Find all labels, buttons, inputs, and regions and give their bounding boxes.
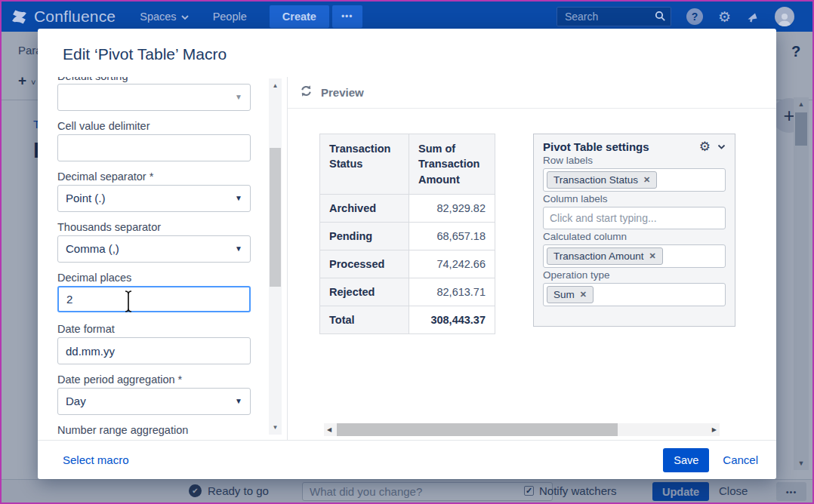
date-period-aggregation-select[interactable]: Day ▼ (57, 388, 251, 415)
user-avatar[interactable] (775, 7, 794, 26)
calculated-column-input[interactable]: Transaction Amount ✕ (543, 244, 726, 268)
preview-label: Preview (321, 86, 364, 99)
table-row: Pending 68,657.18 (320, 222, 495, 250)
scroll-left-icon[interactable]: ◀ (327, 426, 331, 433)
dialog-header: Edit ‘Pivot Table’ Macro (38, 29, 776, 77)
row-labels-input[interactable]: Transaction Status ✕ (543, 168, 726, 192)
product-name: Confluence (34, 8, 116, 26)
help-icon[interactable]: ? (686, 8, 703, 25)
pivot-preview-table: Transaction Status Sum of Transaction Am… (319, 134, 495, 334)
dropdown-arrow-icon: ▼ (235, 194, 242, 202)
settings-title: Pivot Table settings (543, 140, 699, 153)
operation-type-tag: Sum ✕ (547, 286, 594, 303)
announcement-icon[interactable] (746, 10, 760, 23)
cell-value-delimiter-field (57, 134, 251, 161)
preview-panel: Preview Transaction Status Sum of Transa… (288, 77, 776, 440)
dialog-footer: Select macro Save Cancel (38, 440, 776, 479)
field-label-cell-value-delimiter: Cell value delimiter (57, 120, 251, 132)
pivot-table-settings-panel: Pivot Table settings ⚙ Row labels Transa… (533, 134, 735, 327)
field-label-date-period-aggregation: Date period aggregation * (57, 373, 251, 386)
decimal-places-field (57, 286, 251, 312)
remove-tag-icon[interactable]: ✕ (643, 175, 650, 185)
scroll-down-icon[interactable]: ▼ (269, 424, 282, 431)
chevron-down-icon (181, 11, 189, 23)
cancel-link[interactable]: Cancel (723, 453, 758, 466)
search-icon[interactable] (655, 11, 666, 25)
field-label-default-sorting: Default sorting (57, 77, 251, 82)
search-box[interactable] (557, 7, 671, 26)
field-label-number-range-aggregation: Number range aggregation (57, 424, 251, 436)
remove-tag-icon[interactable]: ✕ (580, 290, 587, 300)
row-labels-label: Row labels (543, 155, 726, 166)
field-label-decimal-separator: Decimal separator * (57, 171, 251, 183)
operation-type-label: Operation type (543, 269, 726, 281)
decimal-separator-select[interactable]: Point (.) ▼ (57, 185, 251, 212)
decimal-places-input[interactable] (59, 287, 249, 311)
table-row: Processed 74,242.66 (320, 250, 495, 278)
column-header: Transaction Status (320, 134, 409, 195)
remove-tag-icon[interactable]: ✕ (649, 251, 656, 261)
select-macro-link[interactable]: Select macro (63, 453, 129, 466)
dialog-title: Edit ‘Pivot Table’ Macro (63, 45, 776, 63)
scrollbar-thumb[interactable] (337, 423, 618, 436)
edit-macro-dialog: Edit ‘Pivot Table’ Macro Default sorting… (38, 29, 776, 479)
table-header-row: Transaction Status Sum of Transaction Am… (320, 134, 495, 195)
save-button[interactable]: Save (663, 448, 709, 472)
column-labels-label: Column labels (543, 193, 726, 204)
dialog-body: Default sorting ▼ Cell value delimiter D… (38, 77, 776, 440)
field-label-decimal-places: Decimal places (57, 272, 251, 284)
top-navbar: Confluence Spaces People Create ••• ? ⚙ (2, 2, 812, 32)
parameters-scrollbar[interactable]: ▲ ▼ (269, 78, 282, 435)
scrollbar-thumb[interactable] (270, 148, 281, 287)
operation-type-input[interactable]: Sum ✕ (543, 283, 726, 306)
dropdown-arrow-icon: ▼ (235, 397, 242, 405)
settings-gear-icon[interactable]: ⚙ (718, 10, 731, 24)
confluence-logo[interactable]: Confluence (11, 8, 116, 26)
dropdown-arrow-icon: ▼ (235, 93, 242, 101)
nav-more-button[interactable]: ••• (332, 5, 362, 28)
scroll-right-icon[interactable]: ▶ (712, 426, 717, 433)
thousands-separator-select[interactable]: Comma (,) ▼ (57, 235, 251, 263)
field-label-thousands-separator: Thousands separator (57, 221, 251, 233)
table-row: Archived 82,929.82 (320, 194, 495, 222)
preview-header: Preview (288, 77, 776, 109)
default-sorting-select[interactable]: ▼ (57, 84, 251, 111)
nav-spaces[interactable]: Spaces (140, 11, 188, 23)
preview-horizontal-scrollbar[interactable]: ◀ ▶ (324, 423, 720, 436)
field-label-date-format: Date format (57, 323, 251, 335)
settings-gear-icon[interactable]: ⚙ (699, 140, 711, 153)
nav-people[interactable]: People (213, 11, 247, 23)
date-format-input[interactable] (58, 338, 250, 364)
table-row: Rejected 82,613.71 (320, 278, 495, 306)
scroll-up-icon[interactable]: ▲ (269, 82, 282, 89)
confluence-logo-icon (11, 8, 28, 26)
calculated-column-tag: Transaction Amount ✕ (547, 247, 663, 265)
date-format-field (57, 337, 251, 364)
calculated-column-label: Calculated column (543, 231, 726, 242)
refresh-icon[interactable] (300, 85, 313, 100)
table-total-row: Total 308,443.37 (320, 306, 495, 333)
dropdown-arrow-icon: ▼ (235, 244, 242, 253)
cell-value-delimiter-input[interactable] (58, 135, 250, 161)
column-labels-input[interactable]: Click and start typing... (543, 207, 726, 229)
preview-content: Transaction Status Sum of Transaction Am… (288, 109, 776, 440)
column-header: Sum of Transaction Amount (409, 134, 495, 195)
create-button[interactable]: Create (270, 5, 329, 28)
text-cursor-icon (122, 289, 134, 317)
chevron-down-icon[interactable] (717, 144, 726, 150)
row-labels-tag: Transaction Status ✕ (547, 171, 657, 189)
